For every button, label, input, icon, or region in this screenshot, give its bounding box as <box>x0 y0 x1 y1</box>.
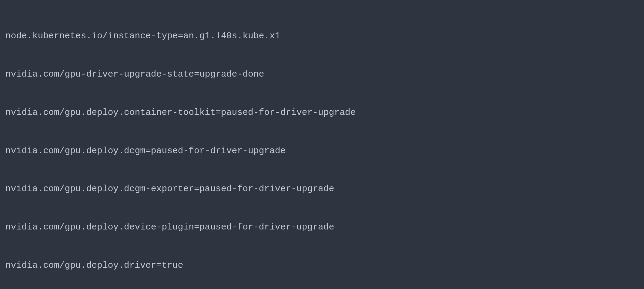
output-line: nvidia.com/gpu-driver-upgrade-state=upgr… <box>5 68 639 81</box>
output-line: nvidia.com/gpu.deploy.container-toolkit=… <box>5 106 639 119</box>
output-line: nvidia.com/gpu.deploy.driver=true <box>5 259 639 272</box>
output-line: node.kubernetes.io/instance-type=an.g1.l… <box>5 30 639 42</box>
output-line: nvidia.com/gpu.deploy.dcgm=paused-for-dr… <box>5 144 639 157</box>
terminal-output[interactable]: node.kubernetes.io/instance-type=an.g1.l… <box>5 4 639 289</box>
output-line: nvidia.com/gpu.deploy.device-plugin=paus… <box>5 221 639 234</box>
output-line: nvidia.com/gpu.deploy.dcgm-exporter=paus… <box>5 182 639 195</box>
